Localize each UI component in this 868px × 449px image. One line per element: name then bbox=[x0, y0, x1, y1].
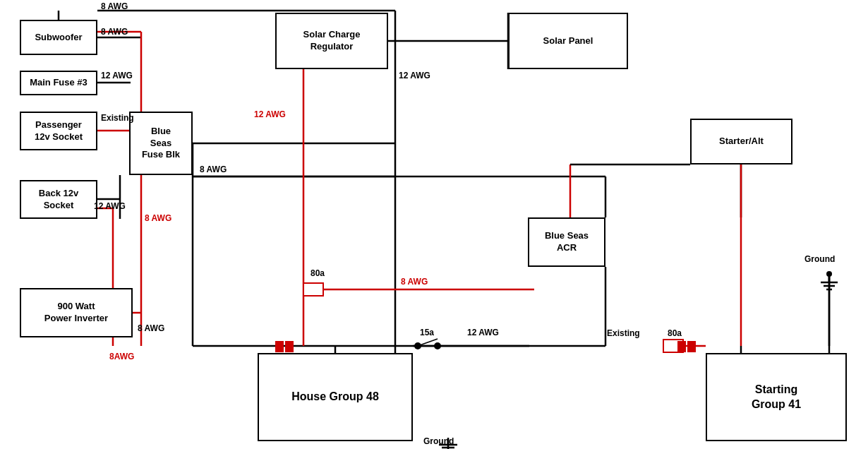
subwoofer-box: Subwoofer bbox=[20, 20, 97, 55]
solar-panel-label: Solar Panel bbox=[543, 35, 593, 47]
label-8awg-red2: 8AWG bbox=[109, 352, 134, 361]
svg-rect-43 bbox=[687, 341, 696, 352]
svg-rect-40 bbox=[275, 341, 284, 352]
label-12awg-back: 12 AWG bbox=[94, 201, 126, 211]
label-15a: 15a bbox=[420, 328, 434, 337]
starter-alt-label: Starter/Alt bbox=[719, 136, 764, 148]
svg-point-45 bbox=[434, 342, 441, 349]
label-ground-right: Ground bbox=[804, 254, 835, 264]
solar-charge-box: Solar ChargeRegulator bbox=[275, 13, 388, 69]
main-fuse3-label: Main Fuse #3 bbox=[30, 77, 88, 89]
label-12awg-red: 12 AWG bbox=[254, 109, 286, 119]
label-existing2: Existing bbox=[607, 328, 640, 338]
subwoofer-label: Subwoofer bbox=[35, 32, 82, 44]
house-group-label: House Group 48 bbox=[291, 390, 379, 405]
passenger-socket-box: Passenger12v Socket bbox=[20, 112, 97, 150]
blue-seas-fuse-label: BlueSeasFuse Blk bbox=[142, 126, 180, 162]
label-12awg-black: 12 AWG bbox=[399, 71, 430, 80]
blue-seas-fuse-box: BlueSeasFuse Blk bbox=[129, 112, 193, 175]
solar-panel-box: Solar Panel bbox=[508, 13, 628, 69]
label-8awg-inverter: 8 AWG bbox=[138, 323, 164, 333]
passenger-socket-label: Passenger12v Socket bbox=[35, 119, 83, 143]
label-awg12-mainfuse: 12 AWG bbox=[101, 71, 133, 80]
label-12awg-bottom: 12 AWG bbox=[467, 328, 499, 337]
blue-seas-acr-label: Blue SeasACR bbox=[545, 230, 589, 254]
house-group-box: House Group 48 bbox=[258, 353, 413, 441]
power-inverter-box: 900 WattPower Inverter bbox=[20, 288, 133, 337]
starting-group-label: StartingGroup 41 bbox=[752, 383, 801, 412]
starter-alt-box: Starter/Alt bbox=[690, 119, 792, 164]
label-8awg-red: 8 AWG bbox=[145, 213, 171, 223]
label-8awg-horiz: 8 AWG bbox=[200, 164, 227, 174]
back-socket-box: Back 12vSocket bbox=[20, 180, 97, 219]
label-awg8-top: 8 AWG bbox=[101, 1, 128, 11]
power-inverter-label: 900 WattPower Inverter bbox=[44, 301, 108, 325]
solar-charge-label: Solar ChargeRegulator bbox=[303, 29, 361, 53]
back-socket-label: Back 12vSocket bbox=[39, 188, 78, 212]
label-existing: Existing bbox=[101, 113, 134, 123]
svg-rect-38 bbox=[303, 283, 323, 296]
svg-rect-41 bbox=[285, 341, 294, 352]
label-80a-2: 80a bbox=[668, 328, 682, 338]
label-8awg-mid: 8 AWG bbox=[401, 277, 428, 287]
label-80a-1: 80a bbox=[311, 268, 325, 278]
starting-group-box: StartingGroup 41 bbox=[706, 353, 847, 441]
svg-point-51 bbox=[826, 271, 832, 277]
label-ground-bottom: Ground bbox=[423, 436, 454, 446]
label-awg8-subwoofer: 8 AWG bbox=[101, 27, 128, 37]
main-fuse3-box: Main Fuse #3 bbox=[20, 71, 97, 95]
svg-rect-42 bbox=[677, 341, 686, 352]
blue-seas-acr-box: Blue SeasACR bbox=[528, 217, 605, 267]
